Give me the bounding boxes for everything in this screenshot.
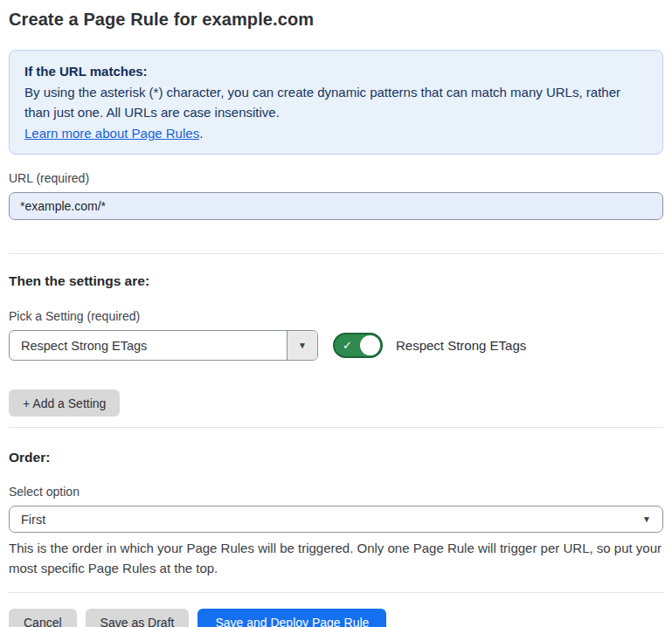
setting-select[interactable]: Respect Strong ETags ▼ [9, 330, 318, 361]
cancel-button[interactable]: Cancel [9, 609, 77, 627]
check-icon: ✓ [343, 338, 352, 353]
url-label: URL (required) [9, 171, 663, 185]
footer-divider [9, 592, 663, 593]
toggle-knob [360, 335, 380, 355]
url-input[interactable] [9, 192, 663, 220]
learn-more-link[interactable]: Learn more about Page Rules [24, 126, 199, 141]
info-box-link-line: Learn more about Page Rules. [24, 123, 648, 143]
etags-toggle[interactable]: ✓ [333, 333, 383, 358]
section-divider [9, 253, 663, 254]
order-select-label: Select option [9, 485, 663, 499]
setting-toggle-wrap: ✓ Respect Strong ETags [333, 333, 526, 358]
toggle-label: Respect Strong ETags [396, 338, 526, 353]
link-suffix: . [199, 126, 203, 141]
footer-actions: Cancel Save as Draft Save and Deploy Pag… [9, 609, 663, 627]
order-section-heading: Order: [9, 450, 663, 465]
setting-row: Respect Strong ETags ▼ ✓ Respect Strong … [9, 330, 663, 361]
order-select[interactable]: First ▼ [9, 506, 663, 533]
setting-select-value: Respect Strong ETags [10, 331, 287, 360]
url-match-info-box: If the URL matches: By using the asteris… [9, 50, 663, 155]
create-page-rule-form: Create a Page Rule for example.com If th… [0, 0, 672, 627]
save-as-draft-button[interactable]: Save as Draft [86, 609, 190, 627]
info-box-body: By using the asterisk (*) character, you… [24, 82, 648, 122]
section-divider [9, 427, 663, 428]
order-select-value: First [21, 513, 642, 527]
setting-select-arrow-button[interactable]: ▼ [287, 331, 317, 360]
add-setting-button[interactable]: + Add a Setting [9, 389, 120, 417]
pick-setting-label: Pick a Setting (required) [9, 309, 663, 323]
chevron-down-icon: ▼ [642, 515, 651, 524]
info-box-heading: If the URL matches: [24, 61, 648, 81]
chevron-down-icon: ▼ [298, 341, 307, 350]
order-help-text: This is the order in which your Page Rul… [9, 539, 663, 578]
save-and-deploy-button[interactable]: Save and Deploy Page Rule [197, 609, 386, 627]
page-title: Create a Page Rule for example.com [9, 9, 663, 30]
settings-section-heading: Then the settings are: [9, 273, 663, 289]
